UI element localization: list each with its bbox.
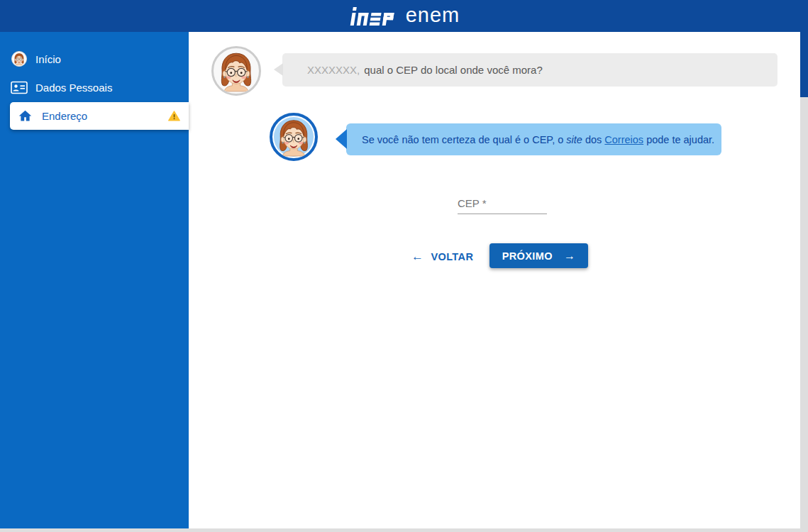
sidebar-item-label: Início — [35, 53, 61, 65]
home-icon — [17, 109, 33, 123]
assistant-avatar-highlight — [270, 113, 318, 161]
arrow-left-icon: ← — [411, 250, 424, 264]
enem-logo-text: enem — [406, 5, 460, 28]
cep-input[interactable] — [458, 195, 547, 212]
hint-italic: site — [566, 134, 582, 145]
voltar-label: VOLTAR — [431, 251, 473, 262]
main-content: XXXXXXX, qual o CEP do local onde você m… — [189, 32, 808, 532]
inep-logo-icon — [348, 6, 398, 26]
chat-bubble-hint: Se você não tem certeza de qual é o CEP,… — [346, 123, 721, 155]
chat-bubble-question: XXXXXXX, qual o CEP do local onde você m… — [282, 53, 777, 87]
bubble-tail — [336, 129, 347, 149]
hint-text: Se você não tem certeza de qual é o CEP,… — [362, 134, 714, 145]
question-text: qual o CEP do local onde você mora? — [364, 64, 543, 76]
vertical-scrollbar-thumb[interactable] — [800, 32, 808, 97]
sidebar-item-label: Endereço — [42, 110, 87, 122]
vertical-scrollbar[interactable] — [800, 32, 808, 532]
sidebar: Início Dados Pessoais Endereço — [0, 32, 189, 532]
warning-icon — [168, 110, 180, 122]
id-card-icon — [11, 81, 28, 94]
horizontal-scrollbar[interactable] — [0, 528, 808, 532]
correios-link[interactable]: Correios — [604, 134, 643, 145]
app-header: enem — [0, 0, 808, 32]
sidebar-item-label: Dados Pessoais — [35, 82, 112, 94]
cep-underline — [458, 214, 547, 214]
assistant-avatar — [211, 46, 261, 96]
voltar-button[interactable]: ← VOLTAR — [411, 247, 473, 267]
bubble-tail — [274, 63, 283, 76]
sidebar-item-endereco-active[interactable]: Endereço — [10, 102, 189, 130]
avatar-icon — [11, 51, 28, 67]
cep-field: CEP * — [458, 194, 547, 214]
arrow-right-icon: → — [564, 250, 575, 262]
enem-registration-page: enem Início Dados Pessoais — [0, 0, 808, 532]
proximo-label: PRÓXIMO — [502, 250, 553, 262]
user-name-placeholder: XXXXXXX, — [307, 64, 360, 76]
sidebar-item-dados-pessoais[interactable]: Dados Pessoais — [0, 77, 189, 97]
proximo-button[interactable]: PRÓXIMO → — [489, 243, 588, 268]
sidebar-item-inicio[interactable]: Início — [0, 49, 189, 69]
